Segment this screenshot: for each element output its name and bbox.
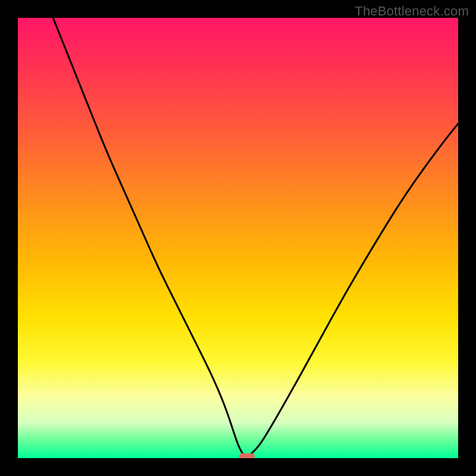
optimal-point-marker (239, 453, 255, 458)
watermark-label: TheBottleneck.com (355, 4, 469, 19)
plot-area (18, 18, 458, 458)
chart-container: TheBottleneck.com (0, 0, 476, 476)
curve-layer (18, 18, 458, 458)
bottleneck-curve (53, 18, 458, 457)
